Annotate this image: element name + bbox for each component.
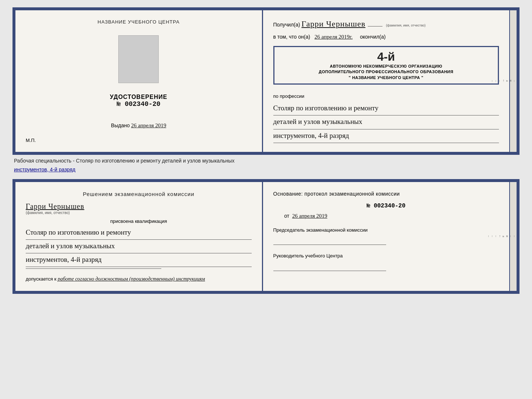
right-edge: – и а ← – – – xyxy=(509,10,517,152)
diploma-center-title: НАЗВАНИЕ УЧЕБНОГО ЦЕНТРА xyxy=(98,19,180,25)
stamp-block: 4-й АВТОНОМНУЮ НЕКОММЕРЧЕСКУЮ ОРГАНИЗАЦИ… xyxy=(273,46,499,85)
vydano-line: Выдано 26 апреля 2019 xyxy=(111,122,166,129)
rukovoditel-signature-line xyxy=(273,271,386,271)
osnovanie-label: Основание: протокол экзаменационной коми… xyxy=(273,191,499,197)
vtom-label: в том, что он(а) xyxy=(273,34,310,40)
stamp-year: 4-й xyxy=(280,50,493,64)
booklet-person-block: Гарри Чернышев (фамилия, имя, отчество) xyxy=(26,202,252,215)
caption-line2: инструментов, 4-й разряд xyxy=(12,167,520,172)
qual-line2: деталей и узлов музыкальных xyxy=(26,240,252,253)
booklet-document: Решением экзаменационной комиссии Гарри … xyxy=(12,179,520,294)
booklet-heading: Решением экзаменационной комиссии xyxy=(26,191,252,197)
booklet-left-panel: Решением экзаменационной комиссии Гарри … xyxy=(15,182,263,291)
profession-block: Столяр по изготовлению и ремонту деталей… xyxy=(273,102,499,143)
vydano-label: Выдано xyxy=(111,122,130,128)
profession-line3: инструментов, 4-й разряд xyxy=(273,129,499,143)
dopuskaetsya-text: работе согласно должностным (производств… xyxy=(58,276,205,282)
diploma-document: НАЗВАНИЕ УЧЕБНОГО ЦЕНТРА УДОСТОВЕРЕНИЕ №… xyxy=(12,7,520,155)
qual-line1: Столяр по изготовлению и ремонту xyxy=(26,226,252,240)
photo-placeholder xyxy=(118,35,159,83)
poluchil-label: Получил(a) xyxy=(273,22,300,28)
vydano-date: 26 апреля 2019 xyxy=(131,122,166,128)
chairman-label: Председатель экзаменационной комиссии xyxy=(273,227,499,234)
stamp-line1: АВТОНОМНУЮ НЕКОММЕРЧЕСКУЮ ОРГАНИЗАЦИЮ xyxy=(280,64,493,69)
diploma-left-panel: НАЗВАНИЕ УЧЕБНОГО ЦЕНТРА УДОСТОВЕРЕНИЕ №… xyxy=(15,10,263,152)
ot-label: от xyxy=(284,213,290,219)
udostoverenie-label: УДОСТОВЕРЕНИЕ xyxy=(110,94,167,100)
dopuskaetsya-line: допускается к работе согласно должностны… xyxy=(26,276,252,282)
booklet-fio-label: (фамилия, имя, отчество) xyxy=(26,211,252,215)
chairman-signature-line xyxy=(273,245,386,245)
ot-date: 26 апреля 2019 xyxy=(292,213,327,219)
stamp-line2: ДОПОЛНИТЕЛЬНОГО ПРОФЕССИОНАЛЬНОГО ОБРАЗО… xyxy=(280,69,493,75)
fio-label-top: (фамилия, имя, отчество) xyxy=(386,24,426,27)
udostoverenie-block: УДОСТОВЕРЕНИЕ № 002340-20 xyxy=(110,94,167,108)
booklet-right-edge: – – и а ← – – – xyxy=(509,182,517,291)
rukovoditel-label: Руководитель учебного Центра xyxy=(273,252,499,260)
ot-line: от 26 апреля 2019 xyxy=(273,213,499,219)
dopuskaetsya-prefix: допускается к xyxy=(26,276,56,282)
po-professii-label: по профессии xyxy=(273,93,499,99)
blank-signature-line xyxy=(26,268,161,269)
diploma-number: № 002340-20 xyxy=(110,100,167,108)
date-issued: 26 апреля 2019г. xyxy=(314,34,353,40)
poluchil-line: Получил(a) Гарри Чернышев (фамилия, имя,… xyxy=(273,19,499,29)
recipient-name: Гарри Чернышев xyxy=(302,19,366,29)
diploma-right-panel: Получил(a) Гарри Чернышев (фамилия, имя,… xyxy=(263,10,510,152)
caption-line1: Рабочая специальность - Столяр по изгото… xyxy=(12,158,520,164)
stamp-line3: " НАЗВАНИЕ УЧЕБНОГО ЦЕНТРА " xyxy=(280,75,493,81)
profession-line2: деталей и узлов музыкальных xyxy=(273,115,499,129)
qual-line3: инструментов, 4-й разряд xyxy=(26,253,252,267)
booklet-right-panel: Основание: протокол экзаменационной коми… xyxy=(263,182,510,291)
prisvoena-label: присвоена квалификация xyxy=(26,218,252,224)
booklet-person-name: Гарри Чернышев xyxy=(26,202,252,211)
profession-line1: Столяр по изготовлению и ремонту xyxy=(273,102,499,115)
booklet-qualification: Столяр по изготовлению и ремонту деталей… xyxy=(26,226,252,267)
okonchil-label: окончил(а) xyxy=(360,34,386,40)
mp-label: М.П. xyxy=(26,138,36,143)
booklet-number: № 002340-20 xyxy=(273,203,499,209)
vtom-line: в том, что он(а) 26 апреля 2019г. окончи… xyxy=(273,34,499,40)
